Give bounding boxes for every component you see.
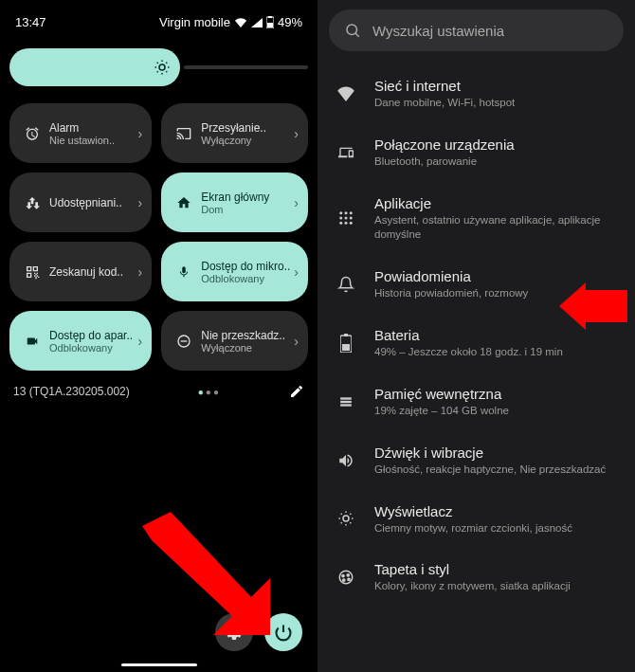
- setting-title: Połączone urządzenia: [374, 136, 620, 153]
- tile-title: Dostęp do mikro..: [201, 260, 290, 273]
- svg-point-27: [348, 579, 350, 581]
- svg-point-24: [339, 572, 353, 585]
- setting-item-7[interactable]: Wyświetlacz Ciemny motyw, rozmiar czcion…: [329, 490, 624, 549]
- edit-icon[interactable]: [289, 384, 304, 399]
- svg-rect-20: [340, 397, 352, 399]
- carrier-label: Virgin mobile: [159, 15, 230, 29]
- setting-text: Tapeta i styl Kolory, ikony z motywem, s…: [374, 561, 620, 593]
- alarm-icon: [23, 126, 42, 141]
- svg-rect-5: [181, 340, 188, 341]
- qs-tile-7[interactable]: Nie przeszkadz.. Wyłączone ›: [161, 311, 308, 371]
- display-icon: [333, 510, 359, 527]
- chevron-right-icon: ›: [294, 195, 299, 210]
- setting-item-6[interactable]: Dźwięk i wibracje Głośność, reakcje hapt…: [329, 431, 624, 490]
- qs-tile-0[interactable]: Alarm Nie ustawion.. ›: [9, 103, 152, 163]
- chevron-right-icon: ›: [138, 264, 143, 280]
- setting-item-2[interactable]: Aplikacje Asystent, ostatnio używane apl…: [329, 182, 624, 255]
- setting-text: Bateria 49% – Jeszcze około 18 godz. i 1…: [374, 327, 620, 359]
- svg-rect-19: [342, 344, 350, 351]
- page-dots[interactable]: ●●●: [198, 387, 221, 397]
- setting-sub: Asystent, ostatnio używane aplikacje, ap…: [374, 213, 620, 242]
- setting-sub: Ciemny motyw, rozmiar czcionki, jasność: [374, 521, 620, 536]
- chevron-right-icon: ›: [138, 334, 143, 349]
- svg-point-28: [343, 579, 345, 581]
- wallpaper-icon: [333, 569, 359, 586]
- settings-button[interactable]: [215, 613, 253, 651]
- setting-item-0[interactable]: Sieć i internet Dane mobilne, Wi-Fi, hot…: [329, 64, 624, 123]
- setting-text: Dźwięk i wibracje Głośność, reakcje hapt…: [374, 445, 620, 477]
- setting-text: Sieć i internet Dane mobilne, Wi-Fi, hot…: [374, 78, 620, 110]
- devices-icon: [333, 145, 359, 160]
- qs-tile-6[interactable]: Dostęp do apar.. Odblokowany ›: [9, 311, 152, 371]
- cast-icon: [174, 126, 193, 141]
- search-placeholder: Wyszukaj ustawienia: [372, 23, 504, 39]
- battery-percent: 49%: [278, 15, 302, 29]
- sound-icon: [333, 452, 359, 469]
- status-time: 13:47: [15, 15, 46, 29]
- status-bar: 13:47 Virgin mobile 49%: [9, 9, 308, 39]
- qs-tile-5[interactable]: Dostęp do mikro.. Odblokowany ›: [161, 242, 308, 301]
- qs-tile-4[interactable]: Zeskanuj kod.. ›: [9, 242, 152, 301]
- wifi-icon: [333, 86, 359, 101]
- tile-title: Ekran główny: [201, 191, 290, 204]
- quick-settings-grid: Alarm Nie ustawion.. › Przesyłanie.. Wył…: [9, 103, 308, 371]
- setting-title: Sieć i internet: [374, 78, 620, 94]
- svg-point-13: [350, 217, 353, 220]
- settings-list: Sieć i internet Dane mobilne, Wi-Fi, hot…: [329, 64, 624, 607]
- setting-item-8[interactable]: Tapeta i styl Kolory, ikony z motywem, s…: [329, 548, 624, 607]
- tile-text: Dostęp do apar.. Odblokowany: [49, 329, 135, 354]
- tile-title: Udostępniani..: [49, 196, 135, 209]
- setting-sub: Kolory, ikony z motywem, siatka aplikacj…: [374, 579, 620, 593]
- tile-sub: Odblokowany: [201, 273, 290, 284]
- camera-icon: [23, 335, 42, 348]
- setting-item-4[interactable]: Bateria 49% – Jeszcze około 18 godz. i 1…: [329, 314, 624, 372]
- search-bar[interactable]: Wyszukaj ustawienia: [329, 9, 624, 51]
- svg-point-12: [345, 217, 348, 220]
- storage-icon: [333, 395, 359, 409]
- qs-tile-2[interactable]: Udostępniani.. ›: [9, 173, 152, 232]
- svg-point-11: [339, 217, 342, 220]
- tile-title: Alarm: [49, 121, 135, 135]
- setting-item-3[interactable]: Powiadomienia Historia powiadomień, rozm…: [329, 255, 624, 314]
- setting-text: Powiadomienia Historia powiadomień, rozm…: [374, 268, 620, 300]
- setting-sub: Dane mobilne, Wi-Fi, hotspot: [374, 96, 620, 110]
- setting-title: Pamięć wewnętrzna: [374, 386, 620, 402]
- qr-icon: [23, 264, 42, 280]
- chevron-right-icon: ›: [294, 264, 299, 280]
- setting-sub: Głośność, reakcje haptyczne, Nie przeszk…: [374, 463, 620, 477]
- tile-sub: Dom: [201, 204, 290, 215]
- setting-title: Wyświetlacz: [374, 503, 620, 519]
- setting-item-5[interactable]: Pamięć wewnętrzna 19% zajęte – 104 GB wo…: [329, 372, 624, 431]
- svg-point-9: [345, 212, 348, 215]
- svg-point-14: [339, 222, 342, 225]
- share-icon: [23, 195, 42, 210]
- home-indicator[interactable]: [121, 663, 197, 666]
- svg-rect-22: [340, 404, 352, 406]
- setting-text: Wyświetlacz Ciemny motyw, rozmiar czcion…: [374, 503, 620, 536]
- qs-tile-1[interactable]: Przesyłanie.. Wyłączony ›: [161, 103, 308, 163]
- tile-title: Dostęp do apar..: [49, 329, 135, 342]
- svg-point-26: [347, 574, 349, 576]
- setting-text: Połączone urządzenia Bluetooth, parowani…: [374, 136, 620, 169]
- svg-point-8: [339, 212, 342, 215]
- qs-footer: 13 (TQ1A.230205.002) ●●●: [9, 384, 308, 399]
- setting-title: Dźwięk i wibracje: [374, 445, 620, 461]
- setting-item-1[interactable]: Połączone urządzenia Bluetooth, parowani…: [329, 123, 624, 182]
- search-icon: [344, 22, 361, 39]
- mic-icon: [174, 264, 193, 280]
- tile-text: Ekran główny Dom: [201, 191, 290, 215]
- dnd-icon: [174, 334, 193, 349]
- settings-panel: Wyszukaj ustawienia Sieć i internet Dane…: [318, 0, 635, 672]
- setting-sub: Bluetooth, parowanie: [374, 154, 620, 169]
- svg-rect-18: [344, 334, 348, 336]
- qs-tile-3[interactable]: Ekran główny Dom ›: [161, 173, 308, 232]
- power-button[interactable]: [264, 613, 302, 651]
- chevron-right-icon: ›: [294, 126, 299, 141]
- brightness-slider[interactable]: [9, 48, 308, 86]
- battery-icon: [333, 334, 359, 353]
- chevron-right-icon: ›: [138, 195, 143, 210]
- signal-icon: [251, 18, 263, 27]
- tile-text: Alarm Nie ustawion..: [49, 121, 135, 146]
- tile-text: Przesyłanie.. Wyłączony: [201, 121, 290, 146]
- svg-point-16: [350, 222, 353, 225]
